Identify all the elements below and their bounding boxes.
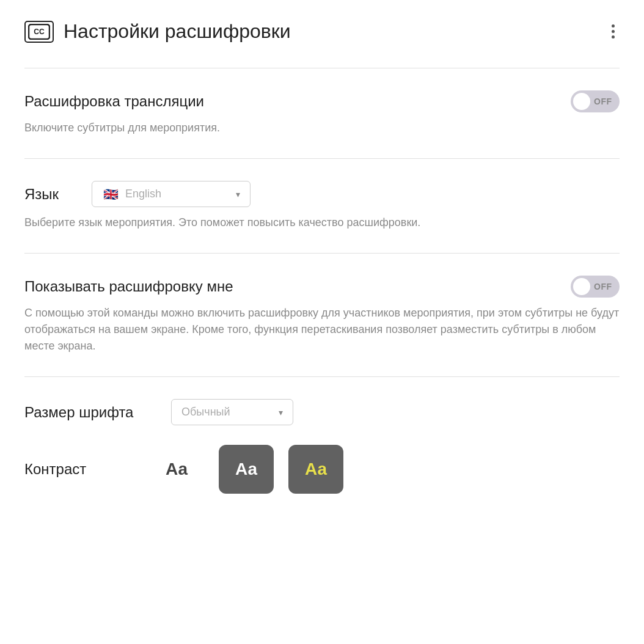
more-dot-3 [612, 35, 615, 38]
transcription-title: Расшифровка трансляции [24, 93, 204, 110]
font-size-label: Размер шрифта [24, 404, 159, 421]
more-dot-1 [612, 24, 615, 27]
font-size-select[interactable]: Обычный ▾ [171, 399, 293, 425]
transcription-row: Расшифровка трансляции OFF [24, 90, 620, 112]
more-options-button[interactable] [607, 20, 620, 43]
contrast-row: Контраст Аа Аа Аа [24, 445, 620, 494]
language-row: Язык 🇬🇧 English ▾ [24, 181, 620, 207]
divider-1 [24, 68, 620, 68]
contrast-option-plain[interactable]: Аа [149, 445, 204, 494]
language-section: Язык 🇬🇧 English ▾ Выберите язык мероприя… [24, 164, 620, 248]
contrast-option-dark[interactable]: Аа [219, 445, 274, 494]
flag-icon: 🇬🇧 [102, 188, 119, 200]
show-transcription-title: Показывать расшифровку мне [24, 278, 233, 295]
show-transcription-row: Показывать расшифровку мне OFF [24, 276, 620, 298]
svg-text:CC: CC [34, 27, 45, 36]
transcription-toggle-label: OFF [594, 97, 612, 106]
header-left: CC Настройки расшифровки [24, 20, 291, 43]
divider-2 [24, 158, 620, 159]
language-label: Язык [24, 186, 79, 203]
language-description: Выберите язык мероприятия. Это поможет п… [24, 214, 620, 231]
font-size-section: Размер шрифта Обычный ▾ Контраст Аа Аа А… [24, 382, 620, 511]
contrast-dark-label: Аа [235, 459, 257, 479]
cc-icon: CC [24, 21, 54, 43]
page-title: Настройки расшифровки [64, 20, 291, 43]
show-transcription-toggle-label: OFF [594, 282, 612, 291]
font-size-row: Размер шрифта Обычный ▾ [24, 399, 620, 425]
show-transcription-description: С помощью этой команды можно включить ра… [24, 305, 620, 354]
contrast-plain-label: Аа [166, 459, 188, 479]
show-transcription-section: Показывать расшифровку мне OFF С помощью… [24, 258, 620, 371]
chevron-down-icon: ▾ [236, 189, 240, 199]
contrast-label: Контраст [24, 461, 134, 478]
transcription-section: Расшифровка трансляции OFF Включите субт… [24, 73, 620, 153]
font-size-chevron-icon: ▾ [279, 408, 283, 417]
page-container: CC Настройки расшифровки Расшифровка тра… [0, 0, 644, 644]
transcription-description: Включите субтитры для мероприятия. [24, 120, 620, 136]
divider-3 [24, 253, 620, 254]
divider-4 [24, 376, 620, 377]
language-select[interactable]: 🇬🇧 English ▾ [92, 181, 251, 207]
transcription-toggle[interactable]: OFF [571, 90, 620, 112]
contrast-yellow-label: Аа [305, 459, 327, 479]
header: CC Настройки расшифровки [24, 20, 620, 43]
font-size-value: Обычный [181, 406, 273, 419]
contrast-option-yellow[interactable]: Аа [288, 445, 343, 494]
language-value: English [125, 188, 230, 200]
toggle-circle [573, 93, 590, 110]
show-transcription-toggle[interactable]: OFF [571, 276, 620, 298]
toggle-circle-2 [573, 278, 590, 295]
more-dot-2 [612, 30, 615, 33]
